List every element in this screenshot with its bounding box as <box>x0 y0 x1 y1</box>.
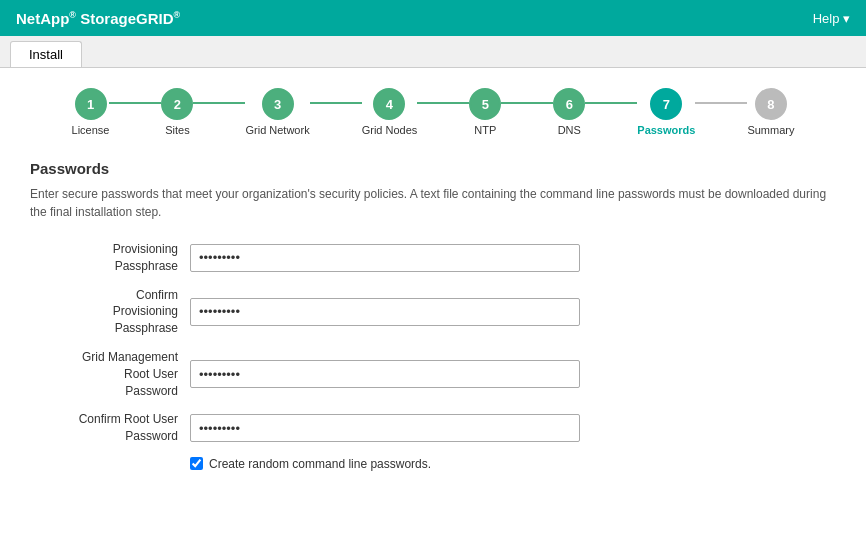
random-passwords-row: Create random command line passwords. <box>190 457 836 471</box>
confirm-provisioning-passphrase-input[interactable] <box>190 298 580 326</box>
step-8-label: Summary <box>747 124 794 136</box>
grid-mgmt-root-password-input[interactable] <box>190 360 580 388</box>
step-5-circle: 5 <box>469 88 501 120</box>
grid-mgmt-root-password-label: Grid ManagementRoot UserPassword <box>30 349 190 399</box>
step-3-circle: 3 <box>262 88 294 120</box>
step-1-label: License <box>72 124 110 136</box>
step-4[interactable]: 4 Grid Nodes <box>362 88 418 136</box>
tab-bar: Install <box>0 36 866 68</box>
step-4-circle: 4 <box>373 88 405 120</box>
step-4-label: Grid Nodes <box>362 124 418 136</box>
step-6-circle: 6 <box>553 88 585 120</box>
step-5-label: NTP <box>474 124 496 136</box>
connector-1-2 <box>109 102 161 104</box>
provisioning-passphrase-row: ProvisioningPassphrase <box>30 241 836 275</box>
step-7-label: Passwords <box>637 124 695 136</box>
provisioning-passphrase-label: ProvisioningPassphrase <box>30 241 190 275</box>
confirm-provisioning-passphrase-row: ConfirmProvisioningPassphrase <box>30 287 836 337</box>
help-button[interactable]: Help <box>813 11 850 26</box>
confirm-root-password-label: Confirm Root UserPassword <box>30 411 190 445</box>
connector-5-6 <box>501 102 553 104</box>
random-passwords-checkbox[interactable] <box>190 457 203 470</box>
step-6-label: DNS <box>558 124 581 136</box>
provisioning-passphrase-input[interactable] <box>190 244 580 272</box>
step-8[interactable]: 8 Summary <box>747 88 794 136</box>
step-7[interactable]: 7 Passwords <box>637 88 695 136</box>
random-passwords-label: Create random command line passwords. <box>209 457 431 471</box>
confirm-root-password-input[interactable] <box>190 414 580 442</box>
tab-install[interactable]: Install <box>10 41 82 67</box>
app-header: NetApp® StorageGRID® Help <box>0 0 866 36</box>
confirm-root-password-row: Confirm Root UserPassword <box>30 411 836 445</box>
page-title: Passwords <box>30 160 836 177</box>
connector-2-3 <box>193 102 245 104</box>
step-5[interactable]: 5 NTP <box>469 88 501 136</box>
step-2-circle: 2 <box>161 88 193 120</box>
connector-7-8 <box>695 102 747 104</box>
step-2[interactable]: 2 Sites <box>161 88 193 136</box>
grid-mgmt-root-password-row: Grid ManagementRoot UserPassword <box>30 349 836 399</box>
connector-6-7 <box>585 102 637 104</box>
app-logo: NetApp® StorageGRID® <box>16 10 180 27</box>
wizard-steps: 1 License 2 Sites 3 Grid Network 4 Grid … <box>30 88 836 136</box>
confirm-provisioning-passphrase-label: ConfirmProvisioningPassphrase <box>30 287 190 337</box>
step-3-label: Grid Network <box>245 124 309 136</box>
step-8-circle: 8 <box>755 88 787 120</box>
connector-3-4 <box>310 102 362 104</box>
step-7-circle: 7 <box>650 88 682 120</box>
step-6[interactable]: 6 DNS <box>553 88 585 136</box>
connector-4-5 <box>417 102 469 104</box>
step-1-circle: 1 <box>75 88 107 120</box>
step-2-label: Sites <box>165 124 189 136</box>
step-1[interactable]: 1 License <box>72 88 110 136</box>
main-content: 1 License 2 Sites 3 Grid Network 4 Grid … <box>0 68 866 491</box>
step-3[interactable]: 3 Grid Network <box>245 88 309 136</box>
page-description: Enter secure passwords that meet your or… <box>30 185 836 221</box>
